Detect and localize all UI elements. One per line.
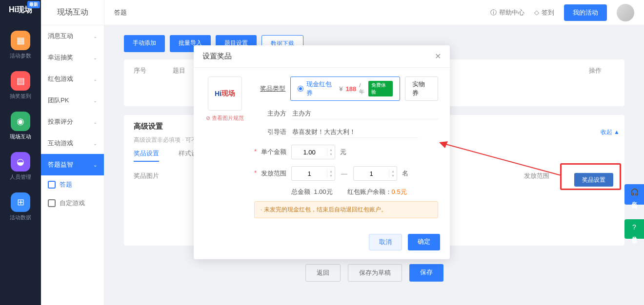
- prize-thumb[interactable]: Hi现场: [208, 76, 242, 111]
- annotation-box: [560, 163, 621, 190]
- close-icon[interactable]: ✕: [435, 52, 441, 61]
- feedback-widget[interactable]: ?意见反馈客服: [624, 219, 644, 239]
- step-down-icon[interactable]: ▼: [389, 173, 397, 178]
- range-from-input[interactable]: [292, 170, 327, 177]
- headset-icon: 🎧: [630, 188, 639, 196]
- type-option-physical[interactable]: 实物券: [405, 76, 438, 101]
- label-host: 主办方: [254, 109, 291, 118]
- question-icon: ?: [632, 223, 636, 231]
- type-cash-label: 现金红包券: [306, 80, 337, 97]
- radio-icon: [298, 86, 303, 92]
- amount-stepper[interactable]: ▲▼: [291, 145, 335, 159]
- online-consult-widget[interactable]: 🎧在线咨询: [624, 184, 644, 205]
- range-to-input[interactable]: [354, 170, 389, 177]
- label-range: 发放范围: [254, 169, 291, 178]
- type-option-cash[interactable]: 现金红包券 ¥188/年 免费体验: [290, 76, 400, 101]
- step-up-icon[interactable]: ▲: [389, 169, 397, 173]
- amount-input[interactable]: [292, 149, 327, 156]
- host-input[interactable]: [291, 108, 438, 119]
- label-amount: 单个金额: [254, 148, 291, 156]
- thumb-spec-link[interactable]: ⊘查看图片规范: [206, 114, 244, 122]
- amount-unit: 元: [340, 148, 346, 156]
- totals-row: 总金额 1.00元 红包账户余额：0.5元: [254, 188, 438, 196]
- range-to-stepper[interactable]: ▲▼: [353, 166, 397, 181]
- modal-ok-button[interactable]: 确定: [408, 234, 440, 250]
- warning-icon: ⊘: [206, 115, 210, 121]
- range-dash: —: [341, 170, 347, 177]
- step-up-icon[interactable]: ▲: [327, 148, 335, 152]
- guide-input[interactable]: [291, 126, 418, 138]
- modal-title: 设置奖品: [202, 52, 232, 61]
- range-unit: 名: [402, 169, 408, 178]
- warning-bar: · 未发完的现金红包，结束后自动退回红包账户。: [254, 201, 438, 218]
- label-guide: 引导语: [254, 128, 291, 136]
- free-trial-badge: 免费体验: [368, 81, 393, 96]
- step-up-icon[interactable]: ▲: [327, 169, 335, 173]
- label-type: 奖品类型: [254, 84, 290, 93]
- modal-cancel-button[interactable]: 取消: [369, 234, 402, 250]
- range-from-stepper[interactable]: ▲▼: [291, 166, 335, 181]
- type-cash-price: 188: [345, 85, 356, 93]
- prize-modal: 设置奖品 ✕ Hi现场 ⊘查看图片规范 奖品类型 现金红包券 ¥188/年 免费…: [194, 45, 450, 259]
- step-down-icon[interactable]: ▼: [327, 152, 335, 156]
- step-down-icon[interactable]: ▼: [327, 173, 335, 178]
